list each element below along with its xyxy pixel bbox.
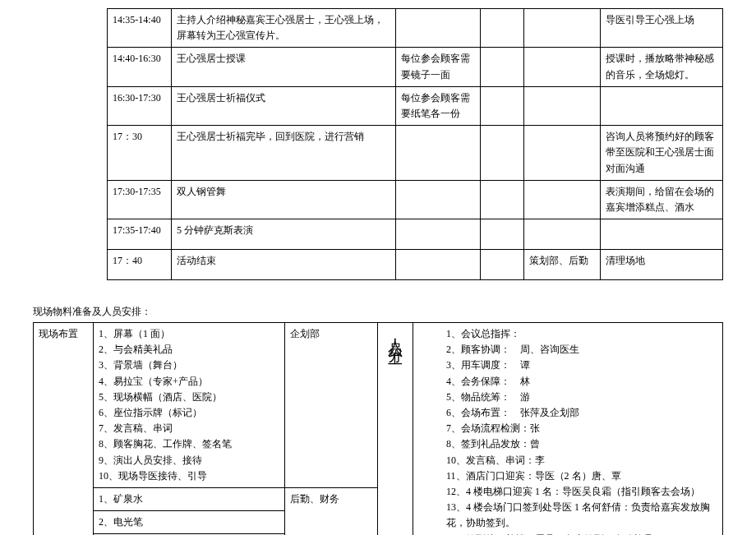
schedule-cell-desc: 王心强居士祈福完毕，回到医院，进行营销	[172, 126, 396, 181]
schedule-cell-dept	[524, 219, 601, 250]
scene-owner-a: 企划部	[285, 323, 378, 488]
schedule-cell-desc: 活动结束	[172, 250, 396, 280]
schedule-row: 17：40活动结束策划部、后勤清理场地	[108, 250, 723, 280]
schedule-cell-desc: 主持人介绍神秘嘉宾王心强居士，王心强上场，屏幕转为王心强宣传片。	[172, 9, 396, 48]
schedule-cell-need	[396, 180, 481, 219]
schedule-cell-note: 咨询人员将预约好的顾客带至医院和王心强居士面对面沟通	[601, 126, 723, 181]
schedule-cell-dept	[524, 86, 601, 125]
schedule-cell-time: 17:30-17:35	[108, 180, 172, 219]
schedule-cell-empty	[481, 219, 524, 250]
scene-items-a: 1、屏幕（1 面） 2、与会精美礼品 3、背景墙（舞台） 4、易拉宝（专家+产品…	[94, 323, 285, 488]
schedule-cell-note: 授课时，播放略带神秘感的音乐，全场熄灯。	[601, 48, 723, 86]
schedule-cell-time: 17：40	[108, 250, 172, 280]
schedule-cell-time: 17：30	[108, 126, 172, 181]
schedule-row: 14:40-16:30王心强居士授课每位参会顾客需要镜子一面授课时，播放略带神秘…	[108, 48, 723, 86]
schedule-cell-empty	[481, 250, 524, 280]
scene-owner-b: 后勤、财务	[285, 487, 378, 535]
schedule-table: 14:35-14:40主持人介绍神秘嘉宾王心强居士，王心强上场，屏幕转为王心强宣…	[107, 8, 723, 280]
schedule-cell-desc: 王心强居士授课	[172, 48, 396, 86]
schedule-cell-desc: 王心强居士祈福仪式	[172, 86, 396, 125]
schedule-cell-desc: 5 分钟萨克斯表演	[172, 219, 396, 250]
schedule-cell-note: 导医引导王心强上场	[601, 9, 723, 48]
schedule-cell-time: 14:35-14:40	[108, 9, 172, 48]
schedule-row: 17:35-17:405 分钟萨克斯表演	[108, 219, 723, 250]
schedule-cell-dept: 策划部、后勤	[524, 250, 601, 280]
schedule-cell-need: 每位参会顾客需要纸笔各一份	[396, 86, 481, 125]
arrangement-table: 现场布置 1、屏幕（1 面） 2、与会精美礼品 3、背景墙（舞台） 4、易拉宝（…	[33, 322, 723, 535]
schedule-cell-note: 表演期间，给留在会场的嘉宾增添糕点、酒水	[601, 180, 723, 219]
scene-item-b2: 2、电光笔	[94, 511, 285, 534]
schedule-cell-time: 14:40-16:30	[108, 48, 172, 86]
schedule-cell-empty	[481, 126, 524, 181]
schedule-cell-note	[601, 86, 723, 125]
schedule-cell-empty	[481, 9, 524, 48]
schedule-cell-dept	[524, 180, 601, 219]
schedule-cell-note: 清理场地	[601, 250, 723, 280]
schedule-cell-dept	[524, 126, 601, 181]
schedule-cell-need	[396, 9, 481, 48]
schedule-row: 16:30-17:30王心强居士祈福仪式每位参会顾客需要纸笔各一份	[108, 86, 723, 125]
scene-item-b1: 1、矿泉水	[94, 487, 285, 510]
schedule-row: 17:30-17:35双人钢管舞表演期间，给留在会场的嘉宾增添糕点、酒水	[108, 180, 723, 219]
schedule-row: 17：30王心强居士祈福完毕，回到医院，进行营销咨询人员将预约好的顾客带至医院和…	[108, 126, 723, 181]
staff-label-cell: 人员分工	[378, 323, 413, 535]
schedule-cell-need	[396, 126, 481, 181]
schedule-row: 14:35-14:40主持人介绍神秘嘉宾王心强居士，王心强上场，屏幕转为王心强宣…	[108, 9, 723, 48]
schedule-cell-need	[396, 250, 481, 280]
schedule-cell-dept	[524, 9, 601, 48]
staff-label: 人员分工	[384, 326, 408, 346]
schedule-cell-desc: 双人钢管舞	[172, 180, 396, 219]
schedule-cell-empty	[481, 180, 524, 219]
staff-items: 1、会议总指挥： 2、顾客协调： 周、咨询医生 3、用车调度： 谭 4、会务保障…	[413, 323, 723, 535]
schedule-cell-time: 17:35-17:40	[108, 219, 172, 250]
section-title: 现场物料准备及人员安排：	[33, 305, 723, 319]
schedule-cell-dept	[524, 48, 601, 86]
schedule-cell-empty	[481, 86, 524, 125]
schedule-cell-empty	[481, 48, 524, 86]
schedule-cell-note	[601, 219, 723, 250]
schedule-cell-need	[396, 219, 481, 250]
scene-label: 现场布置	[34, 323, 94, 535]
schedule-cell-time: 16:30-17:30	[108, 86, 172, 125]
schedule-cell-need: 每位参会顾客需要镜子一面	[396, 48, 481, 86]
